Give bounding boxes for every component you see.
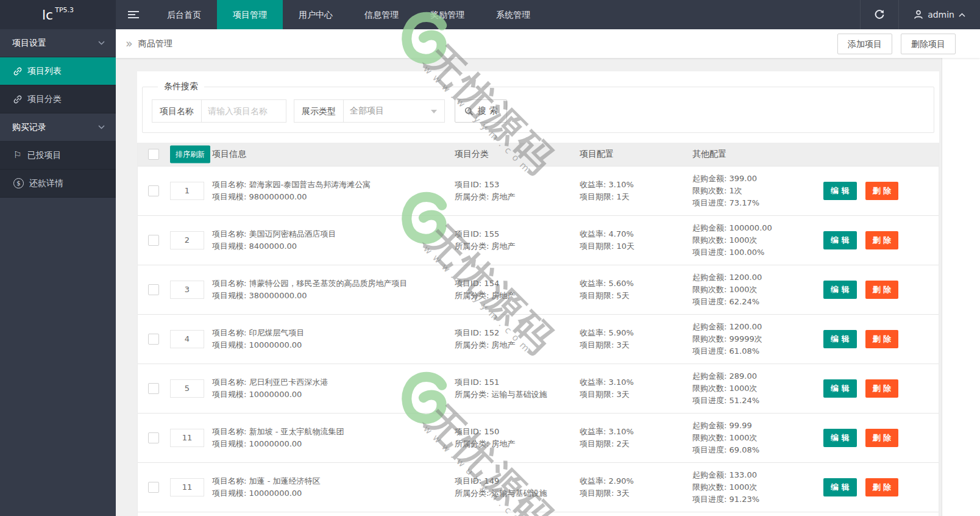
project-category-cell: 项目ID: 154 所属分类: 房地产: [455, 278, 516, 302]
project-name-text: 项目名称: 尼日利亚巴卡西深水港: [212, 376, 328, 389]
project-id-text: 项目ID: 152: [455, 327, 516, 339]
sort-order-input[interactable]: 2: [170, 231, 204, 249]
sort-order-input[interactable]: 1: [170, 182, 204, 200]
logo-version: TP5.3: [55, 6, 74, 14]
content-background: 条件搜索 项目名称 展示类型 全部项目: [116, 58, 942, 516]
logo-text: lc: [42, 7, 53, 23]
select-all-checkbox[interactable]: [148, 149, 159, 160]
edit-button[interactable]: 编 辑: [823, 182, 857, 200]
menu-toggle-icon[interactable]: [116, 0, 151, 29]
project-name-text: 项目名称: 碧海家园-泰国普吉岛邦涛海滩公寓: [212, 179, 371, 191]
row-checkbox[interactable]: [148, 284, 159, 295]
header-project-config: 项目配置: [580, 149, 614, 160]
row-checkbox[interactable]: [148, 235, 159, 246]
row-checkbox[interactable]: [148, 185, 159, 196]
delete-button[interactable]: 删 除: [865, 330, 899, 348]
project-name-text: 项目名称: 加蓬 - 加蓬经济特区: [212, 475, 320, 487]
project-scale-text: 项目规模: 8400000.00: [212, 240, 336, 253]
chevron-down-icon: [98, 125, 105, 129]
purchase-limit-text: 限购次数: 1000次: [692, 382, 759, 395]
sidebar-item-project-category[interactable]: 项目分类: [0, 85, 116, 113]
nav-item-projects[interactable]: 项目管理: [217, 0, 283, 29]
nav-item-system[interactable]: 系统管理: [480, 0, 546, 29]
sort-order-input[interactable]: 4: [170, 330, 204, 348]
add-project-button[interactable]: 添加项目: [837, 34, 892, 54]
project-progress-text: 项目进度: 91.23%: [692, 493, 759, 506]
search-button-label: 搜 索: [478, 106, 497, 116]
nav-item-rewards[interactable]: 奖励管理: [414, 0, 480, 29]
delete-button[interactable]: 删 除: [865, 379, 899, 398]
sidebar-item-project-list[interactable]: 项目列表: [0, 57, 116, 85]
purchase-limit-text: 限购次数: 1000次: [692, 284, 762, 296]
other-config-cell: 起购金额: 289.00 限购次数: 1000次 项目进度: 51.24%: [692, 370, 759, 407]
header-other-config: 其他配置: [692, 149, 726, 160]
project-info-cell: 项目名称: 博蒙特公园，移民圣基茨的高品质房地产项目 项目规模: 3800000…: [212, 278, 408, 302]
delete-button[interactable]: 删 除: [865, 231, 899, 249]
nav-item-users[interactable]: 用户中心: [283, 0, 349, 29]
chevron-up-icon: [959, 13, 965, 17]
project-category-text: 所属分类: 房地产: [455, 339, 516, 351]
row-checkbox[interactable]: [148, 432, 159, 443]
delete-button[interactable]: 删 除: [865, 478, 899, 496]
display-type-group: 展示类型 全部项目: [294, 99, 445, 123]
project-term-text: 项目期限: 5天: [580, 290, 634, 302]
search-panel: 条件搜索 项目名称 展示类型 全部项目: [142, 81, 934, 133]
project-category-text: 所属分类: 房地产: [455, 240, 516, 253]
nav-item-home[interactable]: 后台首页: [151, 0, 217, 29]
row-checkbox[interactable]: [148, 383, 159, 394]
project-category-cell: 项目ID: 152 所属分类: 房地产: [455, 327, 516, 351]
project-name-input[interactable]: [202, 100, 286, 122]
project-id-text: 项目ID: 153: [455, 179, 516, 191]
min-amount-text: 起购金额: 99.99: [692, 420, 759, 432]
table-row: 3 项目名称: 博蒙特公园，移民圣基茨的高品质房地产项目 项目规模: 38000…: [138, 265, 939, 314]
project-progress-text: 项目进度: 73.17%: [692, 197, 759, 209]
edit-button[interactable]: 编 辑: [823, 330, 857, 348]
flag-icon: ⚐: [13, 151, 21, 160]
user-menu[interactable]: admin: [898, 0, 980, 29]
sidebar-item-repayment-details[interactable]: $ 还款详情: [0, 170, 116, 198]
sort-order-input[interactable]: 11: [170, 478, 204, 496]
row-checkbox[interactable]: [148, 334, 159, 345]
purchase-limit-text: 限购次数: 1000次: [692, 234, 772, 246]
display-type-select[interactable]: 全部项目: [344, 100, 444, 122]
row-actions: 编 辑 删 除: [823, 182, 898, 200]
table-body: 1 项目名称: 碧海家园-泰国普吉岛邦涛海滩公寓 项目规模: 980000000…: [138, 166, 939, 516]
sidebar-group-label: 项目设置: [12, 38, 46, 49]
delete-button[interactable]: 删 除: [865, 182, 899, 200]
project-progress-text: 项目进度: 51.24%: [692, 395, 759, 407]
sort-refresh-button[interactable]: 排序刷新: [170, 146, 210, 163]
delete-button[interactable]: 删 除: [865, 429, 899, 447]
project-term-text: 项目期限: 2天: [580, 438, 634, 450]
other-config-cell: 起购金额: 399.00 限购次数: 1次 项目进度: 73.17%: [692, 173, 759, 209]
refresh-button[interactable]: [860, 0, 898, 29]
row-actions: 编 辑 删 除: [823, 231, 898, 249]
delete-project-button[interactable]: 删除项目: [901, 34, 956, 54]
sort-order-input[interactable]: 11: [170, 429, 204, 447]
sort-order-input[interactable]: 5: [170, 379, 204, 398]
sidebar-item-label: 还款详情: [29, 178, 63, 189]
project-category-cell: 项目ID: 150 所属分类: 房地产: [455, 426, 516, 450]
edit-button[interactable]: 编 辑: [823, 478, 857, 496]
dollar-icon: $: [13, 178, 24, 188]
project-progress-text: 项目进度: 100.00%: [692, 246, 772, 259]
chevron-down-icon: [98, 41, 105, 45]
sidebar-group-project-settings[interactable]: 项目设置: [0, 29, 116, 57]
project-name-text: 项目名称: 印尼煤层气项目: [212, 327, 305, 339]
table-row: 4 项目名称: 印尼煤层气项目 项目规模: 10000000.00 项目ID: …: [138, 314, 939, 364]
nav-item-info[interactable]: 信息管理: [349, 0, 414, 29]
edit-button[interactable]: 编 辑: [823, 379, 857, 398]
project-config-cell: 收益率: 3.10% 项目期限: 2天: [580, 426, 634, 450]
edit-button[interactable]: 编 辑: [823, 231, 857, 249]
sidebar-item-invested-projects[interactable]: ⚐ 已投项目: [0, 142, 116, 170]
sort-order-input[interactable]: 3: [170, 281, 204, 299]
edit-button[interactable]: 编 辑: [823, 281, 857, 299]
scrollbar-gutter[interactable]: [942, 58, 980, 516]
edit-button[interactable]: 编 辑: [823, 429, 857, 447]
project-term-text: 项目期限: 3天: [580, 487, 634, 500]
project-scale-text: 项目规模: 10000000.00: [212, 339, 305, 351]
sidebar-group-purchase-records[interactable]: 购买记录: [0, 113, 116, 142]
delete-button[interactable]: 删 除: [865, 281, 899, 299]
project-scale-text: 项目规模: 10000000.00: [212, 438, 344, 450]
row-checkbox[interactable]: [148, 482, 159, 493]
search-button[interactable]: 搜 索: [455, 99, 507, 123]
